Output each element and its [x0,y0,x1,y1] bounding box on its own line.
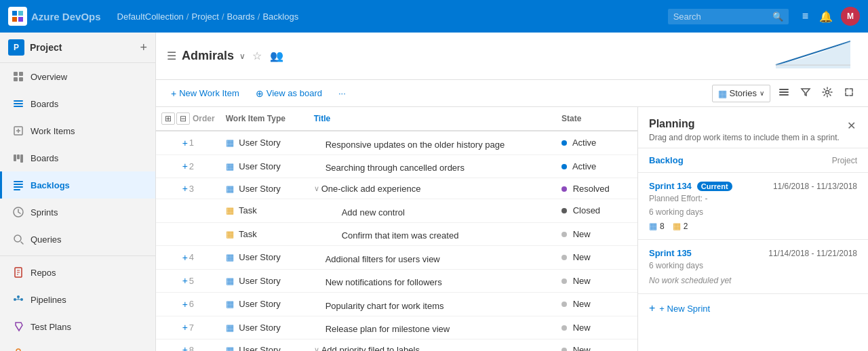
work-item-title-link[interactable]: Release plan for milestone view [326,324,450,334]
breadcrumb-item-0[interactable]: DefaultCollection [117,12,184,22]
avatar[interactable]: M [841,7,860,26]
sidebar-item-boards-section[interactable]: Boards [0,90,155,117]
add-project-button[interactable]: + [140,41,147,55]
add-child-icon[interactable]: + [182,299,188,310]
burndown-chart [769,38,850,72]
breadcrumb-item-1[interactable]: Project [191,12,218,22]
expand-row-icon[interactable]: ∨ [314,184,319,193]
svg-rect-1 [18,11,23,16]
members-button[interactable]: 👥 [269,48,285,64]
svg-rect-29 [779,89,789,90]
work-type-icon: ▦ [226,323,234,333]
filter-button[interactable] [797,84,814,102]
cell-order: + 6 [156,293,220,316]
cell-type: ▦ User Story [220,131,309,154]
work-item-title-link[interactable]: Addional filters for users view [326,254,440,264]
cell-order: + 7 [156,316,220,339]
view-options-button[interactable] [776,84,792,102]
work-type-icon: ▦ [226,252,234,262]
sidebar-item-artifacts[interactable]: Artifacts [0,340,155,351]
planning-panel: Planning Drag and drop work items to inc… [637,107,868,351]
table-row: ▦ Task Confirm that item was created New [156,222,637,246]
page-title-icon: ☰ [167,49,176,62]
sidebar-item-label-overview: Overview [31,72,67,82]
work-item-title-link[interactable]: Confirm that item was created [342,230,459,241]
pipelines-icon [12,293,25,306]
planning-subtitle: Drag and drop work items to include them… [649,133,840,142]
cell-order: + 5 [156,269,220,293]
add-child-icon[interactable]: + [182,322,188,333]
stories-icon: ▦ [718,88,727,99]
svg-point-22 [14,298,16,301]
work-type-icon: ▦ [226,205,234,215]
sidebar: P Project + Overview Boards [0,33,156,351]
cell-state: Closed [556,199,637,223]
settings-button[interactable] [819,84,835,102]
right-toolbar: ▦ Stories ∨ [712,84,857,102]
sidebar-item-overview[interactable]: Overview [0,63,155,90]
expand-row-icon[interactable]: ∨ [314,346,319,351]
collapse-all-button[interactable]: ⊟ [176,112,190,125]
app-logo[interactable]: Azure DevOps [8,7,101,26]
sidebar-item-pipelines[interactable]: Pipelines [0,286,155,313]
new-work-item-button[interactable]: + New Work Item [167,85,243,102]
sidebar-item-boards[interactable]: Boards [0,144,155,171]
project-name: Project [30,42,62,53]
work-item-title-link[interactable]: Popularity chart for work items [326,301,444,311]
work-item-title-link[interactable]: Add new control [342,207,405,218]
breadcrumb-item-3[interactable]: Backlogs [262,12,298,22]
add-child-icon[interactable]: + [182,183,188,194]
cell-title: Add new control [309,199,556,223]
sprint-name[interactable]: Sprint 135 [649,248,692,258]
work-item-title-link[interactable]: One-click add experience [321,184,421,194]
repos-icon [12,266,25,279]
sidebar-item-sprints[interactable]: Sprints [0,199,155,226]
work-item-title-link[interactable]: Responsive updates on the older history … [326,140,505,150]
stories-filter-button[interactable]: ▦ Stories ∨ [712,85,770,102]
new-sprint-button[interactable]: + + New Sprint [638,294,868,323]
nav-icons: ≡ 🔔 M [800,7,860,26]
close-planning-button[interactable]: ✕ [846,118,857,133]
breadcrumb-item-2[interactable]: Boards [227,12,255,22]
expand-button[interactable] [841,84,857,102]
sidebar-item-queries[interactable]: Queries [0,226,155,253]
add-child-icon[interactable]: + [182,252,188,263]
svg-point-32 [826,91,829,94]
work-item-title-link[interactable]: Add priority filed to labels [321,345,420,351]
cell-title: Addional filters for users view [309,246,556,270]
work-type-icon: ▦ [226,138,234,148]
add-child-icon[interactable]: + [182,138,188,148]
list-icon[interactable]: ≡ [800,7,811,25]
work-items-icon [12,124,25,138]
work-item-title-link[interactable]: Searching through cancelled orders [326,163,465,173]
search-input[interactable] [673,12,768,22]
no-work-label: No work scheduled yet [649,276,857,285]
sprint-card-header: Sprint 135 11/14/2018 - 11/21/2018 [649,248,857,258]
sidebar-item-work-items[interactable]: Work Items [0,117,155,144]
state-indicator [561,325,567,331]
favorite-button[interactable]: ☆ [251,48,263,64]
cell-type: ▦ User Story [220,339,309,352]
sidebar-item-repos[interactable]: Repos [0,259,155,286]
backlogs-icon [12,178,25,192]
badge-icon[interactable]: 🔔 [816,7,835,26]
table-row: + 5 ▦ User Story New notifications for f… [156,269,637,293]
svg-rect-4 [14,72,18,76]
search-box[interactable]: 🔍 [668,9,789,24]
sidebar-item-test-plans[interactable]: Test Plans [0,313,155,340]
svg-rect-30 [779,91,789,93]
svg-rect-5 [19,72,23,76]
search-icon: 🔍 [772,12,783,22]
add-child-icon[interactable]: + [182,161,188,171]
more-options-button[interactable]: ··· [334,85,350,101]
view-as-board-button[interactable]: ⊕ View as board [252,85,326,102]
work-item-title-link[interactable]: New notifications for followers [326,277,442,287]
cell-order: + 3 [156,178,220,199]
expand-all-button[interactable]: ⊞ [161,112,175,125]
sidebar-item-backlogs[interactable]: Backlogs [0,171,155,199]
add-child-icon[interactable]: + [182,275,188,286]
add-child-icon[interactable]: + [182,344,188,351]
table-row: + 4 ▦ User Story Addional filters for us… [156,246,637,270]
stories-chevron: ∨ [760,89,764,97]
sprint-name[interactable]: Sprint 134 [649,181,692,191]
